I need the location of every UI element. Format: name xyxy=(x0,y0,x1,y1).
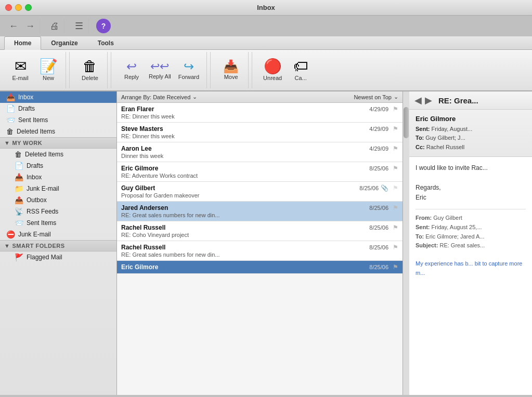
forward-button[interactable]: ↪ Forward xyxy=(175,58,202,82)
flagged-label: Flagged Mail xyxy=(27,254,62,261)
minimize-button[interactable] xyxy=(15,4,22,11)
move-button[interactable]: 📥 Move xyxy=(218,58,244,82)
divider-4 xyxy=(252,52,252,88)
message-row: Rachel Russell 8/25/06 ⚑ xyxy=(121,244,398,251)
inbox-folder-icon: 📥 xyxy=(6,93,15,101)
sort-order[interactable]: Newest on Top ⌄ xyxy=(354,94,398,100)
tab-organize[interactable]: Organize xyxy=(41,36,87,49)
regards: Regards, xyxy=(416,183,526,193)
maximize-button[interactable] xyxy=(25,4,32,11)
email-icon: ✉ xyxy=(15,59,27,74)
reply-all-button[interactable]: ↩↩ Reply All xyxy=(146,59,174,82)
sidebar-item-outbox[interactable]: 📤 Outbox xyxy=(0,194,116,206)
flag-icon: ⚑ xyxy=(393,165,398,172)
smart-folders-section[interactable]: ▼ SMART FOLDERS xyxy=(0,240,116,252)
message-sender: Rachel Russell xyxy=(121,224,165,231)
delete-button[interactable]: 🗑 Delete xyxy=(77,57,103,83)
email-button[interactable]: ✉ E-mail xyxy=(7,57,33,83)
sent-value: Friday, August... xyxy=(432,126,473,132)
flag-icon: ⚑ xyxy=(393,184,398,192)
new-button[interactable]: 📝 New xyxy=(35,57,61,83)
message-sender: Eran Flarer xyxy=(121,105,154,113)
sidebar-item-deleted[interactable]: 🗑 Deleted Items xyxy=(0,126,116,137)
message-sender: Guy Gilbert xyxy=(121,184,155,192)
message-item[interactable]: Eran Flarer 4/29/09 ⚑ RE: Dinner this we… xyxy=(117,103,403,123)
print-button[interactable]: 🖨 xyxy=(47,19,62,33)
message-item[interactable]: Rachel Russell 8/25/06 ⚑ RE: Coho Vineya… xyxy=(117,221,403,241)
close-button[interactable] xyxy=(5,4,12,11)
reading-pane: ◀ ▶ RE: Grea... Eric Gilmore Sent: Frida… xyxy=(409,91,532,395)
view-button[interactable]: ☰ xyxy=(72,19,86,33)
message-subject: Proposal for Garden makeover xyxy=(121,192,398,198)
message-row: Jared Andersen 8/25/06 ⚑ xyxy=(121,204,398,211)
smart-expand-icon: ▼ xyxy=(4,243,10,249)
my-work-section[interactable]: ▼ My Work xyxy=(0,137,116,149)
message-date: 8/25/06 xyxy=(369,205,388,211)
message-sender: Eric Gilmore xyxy=(121,263,158,271)
quoted-subject: RE: Great sales... xyxy=(439,242,485,248)
message-date: 8/25/06 xyxy=(369,165,388,171)
prev-message-button[interactable]: ◀ xyxy=(414,95,422,106)
sidebar-item-drafts[interactable]: 📄 Drafts xyxy=(0,103,116,114)
message-item[interactable]: Jared Andersen 8/25/06 ⚑ RE: Great sales… xyxy=(117,202,403,221)
categorize-button[interactable]: 🏷 Ca... xyxy=(288,57,314,83)
sidebar-item-rss[interactable]: 📡 RSS Feeds xyxy=(0,206,116,217)
divider-3 xyxy=(210,52,211,88)
message-item[interactable]: Aaron Lee 4/29/09 ⚑ Dinner this week xyxy=(117,142,403,162)
reply-icon: ↩ xyxy=(126,60,137,73)
help-button[interactable]: ? xyxy=(96,19,111,33)
tab-home[interactable]: Home xyxy=(4,36,41,50)
message-date: 4/29/09 xyxy=(369,106,388,112)
tab-tools[interactable]: Tools xyxy=(88,36,124,49)
reply-button[interactable]: ↩ Reply xyxy=(119,58,145,82)
forward-button[interactable]: → xyxy=(23,19,37,33)
sender-name: Eric Gilmore xyxy=(416,115,456,123)
message-item[interactable]: Eric Gilmore 8/25/06 ⚑ RE: Adventure Wor… xyxy=(117,162,403,182)
sidebar-item-my-inbox[interactable]: 📥 Inbox xyxy=(0,171,116,183)
flag-icon: ⚑ xyxy=(393,263,398,271)
sidebar-item-inbox[interactable]: 📥 Inbox xyxy=(0,91,116,103)
sidebar-item-my-sent[interactable]: 📨 Sent Items xyxy=(0,217,116,229)
quoted-to: Eric Gilmore; Jared A... xyxy=(425,233,484,240)
reply-all-icon: ↩↩ xyxy=(150,61,169,72)
quoted-block: From: Guy Gilbert Sent: Friday, August 2… xyxy=(416,209,526,277)
flag-icon: ⚑ xyxy=(393,145,398,152)
message-item[interactable]: Rachel Russell 8/25/06 ⚑ RE: Great sales… xyxy=(117,241,403,261)
expand-icon: ▼ xyxy=(4,140,10,146)
drafts-folder-icon: 📄 xyxy=(6,104,15,113)
arrange-by-chevron: ⌄ xyxy=(192,94,197,100)
sidebar-deleted-label: Deleted Items xyxy=(17,128,55,135)
message-item[interactable]: Guy Gilbert 8/25/06 📎 ⚑ Proposal for Gar… xyxy=(117,182,403,202)
unread-label: Unread xyxy=(263,75,282,81)
arrange-by[interactable]: Arrange By: Date Received ⌄ xyxy=(121,94,197,100)
sidebar-item-my-drafts[interactable]: 📄 Drafts xyxy=(0,160,116,171)
flag-icon: ⚑ xyxy=(393,224,398,231)
move-group: 📥 Move xyxy=(214,52,249,88)
reading-header: Eric Gilmore Sent: Friday, August... To:… xyxy=(409,110,532,157)
arrange-by-label: Arrange By: Date Received xyxy=(121,94,190,100)
message-item[interactable]: Steve Masters 4/29/09 ⚑ RE: Dinner this … xyxy=(117,123,403,142)
message-row: Guy Gilbert 8/25/06 📎 ⚑ xyxy=(121,184,398,192)
my-inbox-label: Inbox xyxy=(27,174,42,181)
message-item[interactable]: Eric Gilmore 8/25/06 ⚑ xyxy=(117,261,403,274)
sidebar-item-my-deleted[interactable]: 🗑 Deleted Items xyxy=(0,149,116,160)
sent-label: Sent: xyxy=(416,126,430,132)
sender-sign: Eric xyxy=(416,193,526,203)
sidebar-drafts-label: Drafts xyxy=(18,105,35,112)
sidebar-item-sent[interactable]: 📨 Sent Items xyxy=(0,114,116,126)
window-controls xyxy=(5,4,32,11)
ribbon: ✉ E-mail 📝 New 🗑 Delete ↩ Reply ↩↩ Reply xyxy=(0,50,532,91)
message-date: 4/29/09 xyxy=(369,145,388,152)
sidebar-item-junk-standalone[interactable]: ⛔ Junk E-mail xyxy=(0,229,116,240)
next-message-button[interactable]: ▶ xyxy=(425,95,432,106)
sidebar-item-junk[interactable]: 📁 Junk E-mail xyxy=(0,183,116,194)
back-button[interactable]: ← xyxy=(6,19,21,33)
categorize-label: Ca... xyxy=(295,75,307,81)
my-deleted-label: Deleted Items xyxy=(25,151,63,158)
scrollbar[interactable] xyxy=(403,91,409,395)
message-row: Rachel Russell 8/25/06 ⚑ xyxy=(121,224,398,231)
quoted-from-label: From: xyxy=(416,215,432,221)
unread-button[interactable]: 🔴 Unread xyxy=(259,57,286,83)
sidebar-item-flagged[interactable]: 🚩 Flagged Mail xyxy=(0,252,116,263)
rss-label: RSS Feeds xyxy=(27,208,58,215)
